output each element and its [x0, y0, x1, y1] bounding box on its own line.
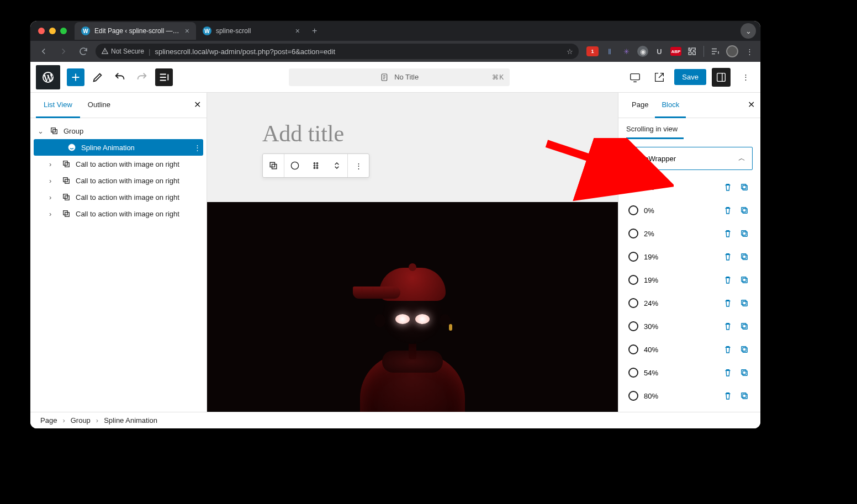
save-button[interactable]: Save [674, 69, 706, 85]
duplicate-keyframe-button[interactable] [738, 251, 750, 263]
duplicate-keyframe-button[interactable] [738, 204, 750, 216]
delete-keyframe-button[interactable] [722, 390, 734, 402]
redo-button[interactable] [133, 68, 151, 86]
move-up-down-button[interactable] [326, 154, 347, 177]
radio-icon[interactable] [628, 252, 638, 262]
chevron-down-icon[interactable]: ⌄ [36, 127, 45, 135]
command-palette-button[interactable]: No Title ⌘K [289, 68, 510, 86]
keyframe-row[interactable]: 40% [626, 338, 753, 361]
edit-mode-button[interactable] [89, 68, 107, 86]
duplicate-keyframe-button[interactable] [738, 367, 750, 379]
abp-extension-icon[interactable]: ABP [670, 47, 681, 56]
keyframe-row[interactable]: 30% [626, 315, 753, 338]
radio-icon[interactable] [628, 205, 638, 215]
chevron-right-icon[interactable]: › [49, 177, 57, 185]
back-button[interactable] [36, 44, 51, 59]
keyframe-row[interactable]: 2% [626, 222, 753, 245]
extension-badge-icon[interactable]: 1 [586, 46, 599, 56]
keyframe-row[interactable]: 80% [626, 384, 753, 407]
browser-tab-1[interactable]: W spline-scroll × [196, 22, 306, 40]
delete-keyframe-button[interactable] [722, 320, 734, 332]
options-menu-button[interactable]: ⋮ [736, 68, 755, 87]
radio-icon[interactable] [628, 344, 638, 354]
duplicate-keyframe-button[interactable] [738, 274, 750, 286]
view-desktop-button[interactable] [626, 68, 644, 87]
duplicate-keyframe-button[interactable] [738, 390, 750, 402]
delete-keyframe-button[interactable] [722, 297, 734, 309]
keyframe-row[interactable]: 19% [626, 245, 753, 268]
close-icon[interactable]: ✕ [194, 99, 201, 110]
extensions-puzzle-icon[interactable] [687, 46, 698, 57]
minimize-window-icon[interactable] [49, 28, 56, 34]
u-extension-icon[interactable]: U [654, 46, 665, 57]
keyframe-row[interactable]: 54% [626, 361, 753, 384]
duplicate-keyframe-button[interactable] [738, 181, 750, 193]
keyframe-row[interactable]: 0% [626, 176, 753, 199]
keyframe-row[interactable]: 24% [626, 291, 753, 315]
forward-button[interactable] [56, 44, 71, 59]
maximize-window-icon[interactable] [60, 28, 67, 34]
tab-block[interactable]: Block [655, 93, 686, 118]
close-tab-icon[interactable]: × [295, 26, 300, 35]
parent-block-button[interactable] [263, 154, 284, 177]
browser-tab-0[interactable]: W Edit Page ‹ spline-scroll — Wo × [75, 22, 196, 40]
duplicate-keyframe-button[interactable] [738, 297, 750, 309]
delete-keyframe-button[interactable] [722, 181, 734, 193]
new-tab-button[interactable]: + [306, 26, 322, 36]
block-more-icon[interactable]: ⋮ [348, 154, 369, 177]
list-row-spline[interactable]: Spline Animation ⋮ [34, 139, 203, 156]
tab-outline[interactable]: Outline [80, 93, 118, 118]
list-view-toggle-button[interactable] [155, 68, 173, 86]
chevron-right-icon[interactable]: › [49, 160, 57, 168]
view-site-button[interactable] [650, 68, 669, 87]
asterisk-extension-icon[interactable]: ✳ [621, 46, 632, 57]
page-title-placeholder[interactable]: Add title [262, 120, 563, 147]
security-indicator[interactable]: Not Secure [101, 47, 144, 55]
duplicate-keyframe-button[interactable] [738, 320, 750, 332]
delete-keyframe-button[interactable] [722, 251, 734, 263]
tab-dropdown-icon[interactable]: ⌄ [740, 23, 756, 39]
delete-keyframe-button[interactable] [722, 343, 734, 356]
close-icon[interactable]: ✕ [748, 99, 755, 110]
close-tab-icon[interactable]: × [185, 26, 189, 35]
delete-keyframe-button[interactable] [722, 274, 734, 286]
delete-keyframe-button[interactable] [722, 204, 734, 216]
duplicate-keyframe-button[interactable] [738, 227, 750, 240]
list-row-cta[interactable]: › Call to action with image on right [30, 205, 207, 222]
chevron-right-icon[interactable]: › [49, 210, 57, 218]
chrome-menu-icon[interactable]: ⋮ [744, 46, 755, 57]
radio-icon[interactable] [628, 391, 638, 401]
omnibox[interactable]: Not Secure | splinescroll.local/wp-admin… [96, 44, 579, 59]
duplicate-keyframe-button[interactable] [738, 343, 750, 356]
settings-panel-toggle[interactable] [712, 68, 731, 87]
bc-item[interactable]: Group [71, 416, 91, 425]
drag-handle-icon[interactable] [305, 154, 326, 177]
list-row-cta[interactable]: › Call to action with image on right [30, 189, 207, 205]
radio-icon[interactable] [628, 321, 638, 331]
radio-icon[interactable] [628, 275, 638, 285]
block-type-button[interactable] [284, 154, 305, 177]
keyframe-row[interactable]: 19% [626, 268, 753, 291]
bc-item[interactable]: Page [40, 416, 57, 425]
list-row-cta[interactable]: › Call to action with image on right [30, 172, 207, 189]
tab-page[interactable]: Page [625, 93, 655, 118]
editor-canvas[interactable]: Add title ⋮ [207, 93, 618, 412]
panel-section-tab[interactable]: Scrolling in view [626, 125, 753, 133]
radio-icon[interactable] [628, 182, 638, 192]
undo-button[interactable] [111, 68, 129, 86]
chevron-right-icon[interactable]: › [49, 193, 57, 201]
window-controls[interactable] [38, 28, 67, 34]
radio-icon[interactable] [628, 229, 638, 238]
add-block-button[interactable] [67, 68, 84, 86]
list-row-cta[interactable]: › Call to action with image on right [30, 156, 207, 172]
row-more-icon[interactable]: ⋮ [194, 144, 201, 152]
radio-icon[interactable] [628, 298, 638, 308]
selector-dropdown[interactable]: .bikeWrapper ︿ [626, 147, 753, 170]
close-window-icon[interactable] [38, 28, 45, 34]
radio-icon[interactable] [628, 368, 638, 378]
tab-list-view[interactable]: List View [36, 93, 80, 118]
delete-keyframe-button[interactable] [722, 367, 734, 379]
profile-avatar[interactable] [726, 45, 738, 57]
keyframe-row[interactable]: 0% [626, 199, 753, 222]
reload-button[interactable] [76, 44, 91, 59]
